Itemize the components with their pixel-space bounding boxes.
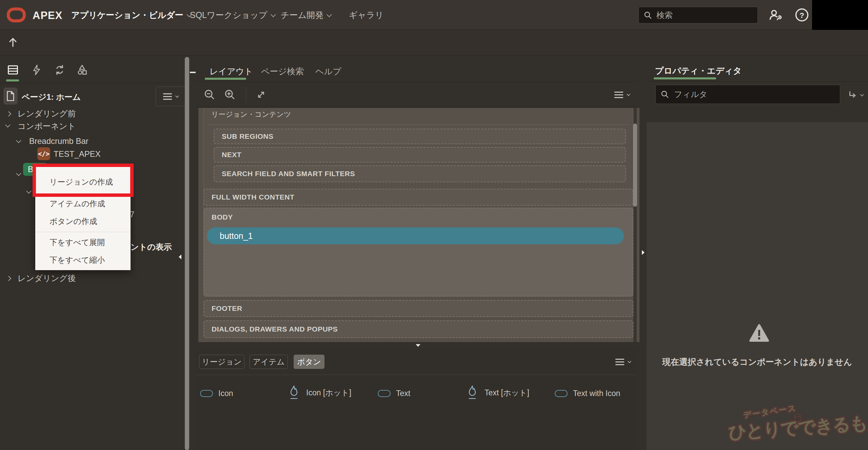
collapse-down-icon[interactable] <box>415 344 421 347</box>
chevron-down-icon[interactable] <box>16 138 21 143</box>
gallery-item-text-with-icon[interactable]: Text with Icon <box>555 389 620 398</box>
menu-item-label: 下をすべて縮小 <box>50 255 105 265</box>
oracle-logo-icon <box>7 7 26 22</box>
button-pill-icon <box>200 390 213 397</box>
go-to-icon <box>848 91 857 99</box>
menu-item-create-item[interactable]: アイテムの作成 <box>35 194 131 213</box>
code-glyph: </> <box>38 150 50 157</box>
dropzone-next[interactable]: NEXT <box>214 147 626 163</box>
gallery-tab-label: ボタン <box>297 357 321 367</box>
menu-separator <box>35 232 131 232</box>
go-up-button[interactable] <box>5 34 20 51</box>
menu-gallery[interactable]: ギャラリ <box>349 0 383 30</box>
canvas-scrollbar-thumb[interactable] <box>633 124 637 207</box>
button1-component[interactable]: button_1 <box>207 227 624 244</box>
menu-item-label: アイテムの作成 <box>50 199 105 209</box>
warning-icon <box>749 324 769 343</box>
menu-item-label: ボタンの作成 <box>50 216 97 227</box>
dropzone-search-field[interactable]: SEARCH FIELD AND SMART FILTERS <box>214 165 626 182</box>
page-designer-toolbar: アプリケーション115 \ ページ1: ホーム 1 実行 <box>0 30 868 56</box>
chevron-right-icon[interactable] <box>6 111 12 117</box>
tree-menu-button[interactable] <box>156 87 185 106</box>
menu-item-create-button[interactable]: ボタンの作成 <box>35 212 131 230</box>
dropzone-label: NEXT <box>222 151 241 159</box>
gallery-tab-regions[interactable]: リージョン <box>199 355 244 369</box>
tree-item-body-child-chevron[interactable] <box>26 189 30 195</box>
dropzone-full-width[interactable]: FULL WIDTH CONTENT <box>203 189 633 206</box>
property-editor-body: 現在選択されているコンポーネントはありません <box>647 122 868 450</box>
chevron-down-icon <box>327 12 332 17</box>
tree-item-body-chevron[interactable] <box>16 171 20 177</box>
gallery-tab-items[interactable]: アイテム <box>250 355 288 369</box>
gallery-item-text-hot[interactable]: Text [ホット] <box>466 385 529 400</box>
tab-layout[interactable]: レイアウト <box>210 66 253 77</box>
chevron-down-icon[interactable] <box>5 122 11 128</box>
property-filter-input[interactable] <box>674 90 820 99</box>
chevron-down-icon[interactable] <box>16 171 21 176</box>
help-button[interactable]: ? <box>794 7 810 22</box>
search-input[interactable] <box>656 11 745 20</box>
gallery-item-icon[interactable]: Icon <box>200 389 233 398</box>
tree-header-title: ページ1: ホーム <box>22 92 81 102</box>
dropzone-label: FULL WIDTH CONTENT <box>212 193 294 201</box>
tab-dynamic-actions[interactable] <box>30 63 43 77</box>
gallery-tab-buttons[interactable]: ボタン <box>294 355 324 369</box>
gallery-tab-label: リージョン <box>202 357 241 367</box>
brand-apex: APEX <box>33 10 62 22</box>
gallery-item-icon-hot[interactable]: Icon [ホット] <box>287 385 351 400</box>
tab-help[interactable]: ヘルプ <box>315 66 341 77</box>
expand-diagonal-icon <box>256 89 267 100</box>
sidebar-scrollbar[interactable] <box>185 57 189 450</box>
gallery-item-label: Text <box>396 389 410 398</box>
gallery-item-label: Text with Icon <box>573 389 620 398</box>
menu-app-builder[interactable]: アプリケーション・ビルダー <box>71 0 191 30</box>
tab-processing[interactable] <box>53 63 66 77</box>
gallery-menu-button[interactable] <box>612 355 634 369</box>
user-admin-button[interactable] <box>767 7 783 22</box>
chevron-down-icon <box>628 359 631 363</box>
region-content-label[interactable]: リージョン・コンテンツ <box>211 110 291 119</box>
shared-components-icon <box>76 64 88 76</box>
active-tab-underline <box>205 78 246 80</box>
menu-item-expand-all[interactable]: 下をすべて展開 <box>35 233 131 251</box>
zoom-out-button[interactable] <box>202 87 217 102</box>
tab-shared-components[interactable] <box>75 63 89 77</box>
goto-group-button[interactable] <box>846 88 865 102</box>
dropzone-label: BODY <box>212 213 233 221</box>
menu-gallery-label: ギャラリ <box>349 10 383 21</box>
menu-item-collapse-all[interactable]: 下をすべて縮小 <box>35 251 131 269</box>
gallery-splitter[interactable] <box>196 342 637 349</box>
gallery-item-text[interactable]: Text <box>378 389 410 398</box>
layout-menu-button[interactable] <box>610 87 634 102</box>
menu-team-dev[interactable]: チーム開発 <box>281 0 331 30</box>
divider <box>196 82 637 82</box>
tab-page-search[interactable]: ページ検索 <box>261 66 304 77</box>
flame-icon <box>287 385 301 400</box>
chevron-down-icon[interactable] <box>26 188 32 194</box>
dropzone-footer[interactable]: FOOTER <box>203 300 633 317</box>
divider <box>207 125 630 125</box>
dropzone-sub-regions[interactable]: SUB REGIONS <box>214 129 626 144</box>
tab-property-editor[interactable]: プロパティ・エディタ <box>655 65 742 76</box>
search-icon <box>644 11 652 20</box>
tab-rendering[interactable] <box>6 63 20 77</box>
search-icon <box>660 90 669 99</box>
collapse-left-icon[interactable] <box>178 254 182 260</box>
menu-sql-workshop[interactable]: SQLワークショップ <box>190 0 275 30</box>
tree-item-test-apex[interactable]: TEST_APEX <box>54 149 101 159</box>
collapse-right-icon[interactable] <box>641 249 646 256</box>
active-tab-underline <box>654 77 716 79</box>
annotation-highlight-box <box>33 164 134 197</box>
gallery-item-label: Icon [ホット] <box>306 388 351 398</box>
dropzone-dialogs[interactable]: DIALOGS, DRAWERS AND POPUPS <box>203 320 633 338</box>
dropzone-label: SEARCH FIELD AND SMART FILTERS <box>222 170 355 178</box>
tree-label-pre-rendering: レンダリング前 <box>18 108 76 119</box>
active-tab-underline <box>6 79 19 81</box>
chevron-down-icon <box>860 93 864 96</box>
page-icon <box>6 91 15 101</box>
expand-button[interactable] <box>253 87 269 102</box>
chevron-right-icon[interactable] <box>6 276 12 281</box>
dropzone-body[interactable]: BODY <box>203 208 633 297</box>
top-navigation-bar: APEX アプリケーション・ビルダー SQLワークショップ チーム開発 ギャラリ <box>0 0 868 30</box>
zoom-in-button[interactable] <box>222 87 238 102</box>
